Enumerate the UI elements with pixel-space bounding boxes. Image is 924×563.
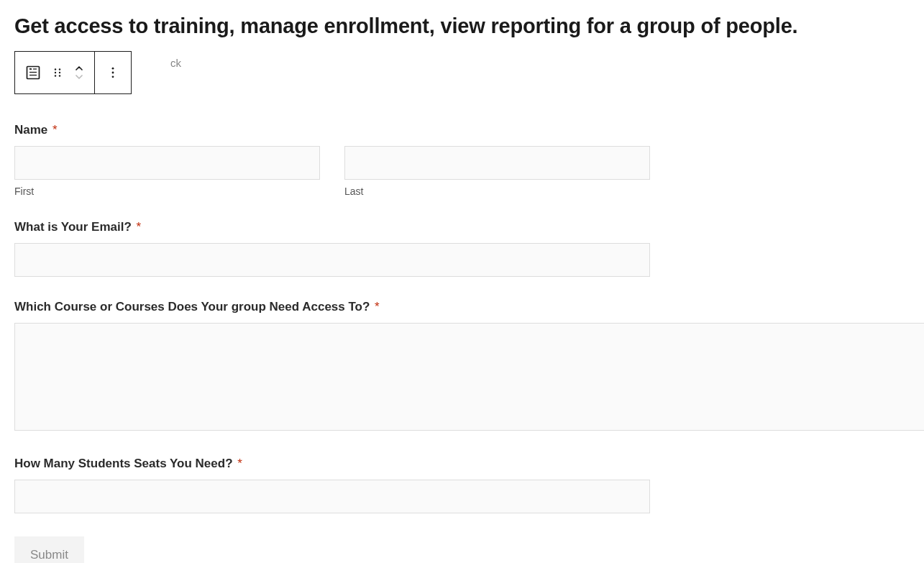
courses-label-text: Which Course or Courses Does Your group … <box>14 300 370 313</box>
svg-point-12 <box>112 75 114 78</box>
courses-label: Which Course or Courses Does Your group … <box>14 300 650 314</box>
courses-field-block: Which Course or Courses Does Your group … <box>14 300 650 434</box>
seats-input[interactable] <box>14 480 650 513</box>
required-mark: * <box>137 220 142 234</box>
email-label: What is Your Email? * <box>14 220 650 234</box>
last-name-sublabel: Last <box>344 186 650 197</box>
more-options-icon[interactable] <box>99 55 127 90</box>
name-row: First Last <box>14 146 650 197</box>
seats-label: How Many Students Seats You Need? * <box>14 457 650 471</box>
first-name-sublabel: First <box>14 186 320 197</box>
page-title: Get access to training, manage enrollmen… <box>14 14 910 38</box>
submit-button[interactable]: Submit <box>14 536 84 563</box>
svg-point-6 <box>55 72 56 73</box>
move-up-down-icon[interactable] <box>68 55 90 90</box>
required-mark: * <box>52 123 58 137</box>
svg-point-9 <box>59 75 60 76</box>
email-label-text: What is Your Email? <box>14 220 132 234</box>
svg-point-4 <box>55 68 56 70</box>
last-name-input[interactable] <box>344 146 650 180</box>
form-area: Name * First Last What is Your Email? * … <box>14 123 650 563</box>
name-label: Name * <box>14 123 650 137</box>
toolbar-group-main <box>15 52 94 93</box>
email-field-block: What is Your Email? * <box>14 220 650 277</box>
form-block-icon[interactable] <box>19 55 47 90</box>
svg-point-7 <box>59 72 60 73</box>
drag-handle-icon[interactable] <box>47 55 68 90</box>
last-name-col: Last <box>344 146 650 197</box>
block-toolbar <box>14 51 132 94</box>
name-label-text: Name <box>14 123 47 137</box>
first-name-input[interactable] <box>14 146 320 180</box>
seats-field-block: How Many Students Seats You Need? * <box>14 457 650 513</box>
block-toolbar-wrap: ck <box>14 51 910 94</box>
seats-label-text: How Many Students Seats You Need? <box>14 457 233 470</box>
first-name-col: First <box>14 146 320 197</box>
partial-text-fragment: ck <box>170 57 181 69</box>
courses-textarea[interactable] <box>14 323 924 431</box>
svg-point-8 <box>55 75 56 76</box>
email-input[interactable] <box>14 243 650 277</box>
svg-point-5 <box>59 68 60 70</box>
required-mark: * <box>237 457 242 470</box>
toolbar-group-more <box>95 52 131 93</box>
svg-point-11 <box>112 72 114 74</box>
required-mark: * <box>375 300 380 313</box>
svg-point-10 <box>112 68 114 70</box>
